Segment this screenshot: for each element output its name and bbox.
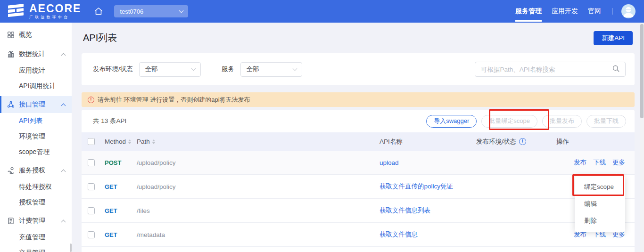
nav-label: 官网 [588, 7, 601, 16]
api-path: /files [137, 207, 380, 214]
row-checkbox[interactable] [88, 207, 95, 214]
sidebar-item-recharge-management[interactable]: 充值管理 [0, 229, 72, 245]
column-label: Method [105, 138, 126, 145]
chevron-up-icon [61, 103, 66, 108]
nav-label: 服务管理 [515, 7, 542, 16]
warning-text: 请先前往 环境管理 进行设置，否则创建的api将无法发布 [98, 96, 250, 104]
api-name-link[interactable]: 获取文件信息 [380, 231, 418, 238]
sidebar-item-data-statistics[interactable]: 数据统计 [0, 46, 72, 63]
import-swagger-button[interactable]: 导入swagger [426, 115, 477, 128]
batch-bind-scope-button[interactable]: 批量绑定scope [481, 115, 537, 128]
sort-icon[interactable] [152, 139, 155, 144]
page-scrollbar-thumb[interactable] [640, 24, 644, 118]
chevron-down-icon [292, 66, 297, 71]
batch-publish-button[interactable]: 批量发布 [542, 115, 582, 128]
row-checkbox[interactable] [88, 159, 95, 166]
offline-link[interactable]: 下线 [593, 158, 606, 167]
search-icon[interactable] [612, 65, 620, 74]
table-toolbar: 共 13 条API 导入swagger 批量绑定scope 批量发布 批量下线 [82, 110, 635, 132]
env-filter-select[interactable]: 全部 [139, 62, 201, 77]
chevron-up-icon [61, 219, 66, 224]
column-label: API名称 [380, 138, 403, 146]
create-api-button[interactable]: 新建API [594, 31, 633, 45]
menu-item-edit[interactable]: 编辑 [575, 195, 625, 212]
main-content: API列表 新建API 发布环境/状态 全部 服务 全部 [72, 23, 644, 252]
brand-logo: AECORE 广联达数字中台 [0, 2, 81, 20]
sidebar-item-billing-management[interactable]: 计费管理 [0, 212, 72, 229]
api-name-link[interactable]: 获取文件信息列表 [380, 207, 430, 214]
sidebar-item-service-authorization[interactable]: 服务授权 [0, 162, 72, 179]
sidebar-item-scope-management[interactable]: scope管理 [0, 144, 72, 160]
nav-service-management[interactable]: 服务管理 [515, 0, 542, 23]
method-badge: GET [105, 207, 137, 214]
table-row: POST /upload/policy upload 发布 下线 更多 [82, 151, 635, 175]
env-filter-value: 全部 [145, 65, 158, 73]
sidebar-item-interface-management[interactable]: 接口管理 [0, 96, 72, 113]
sidebar-item-transaction-management[interactable]: 交易管理 [0, 245, 72, 252]
search-input[interactable] [481, 66, 612, 73]
method-badge: GET [105, 231, 137, 238]
chevron-down-icon [191, 66, 196, 71]
info-icon[interactable] [519, 138, 526, 145]
page-title: API列表 [83, 32, 117, 44]
sidebar-item-api-list[interactable]: API列表 [0, 113, 72, 129]
nav-app-development[interactable]: 应用开发 [552, 0, 578, 23]
sidebar-item-authorization-management[interactable]: 授权管理 [0, 195, 72, 210]
publish-link[interactable]: 发布 [574, 158, 586, 167]
sidebar: 概览 数据统计 应用统计 API调用统计 [0, 23, 72, 252]
column-env-status: 发布环境/状态 [476, 138, 556, 146]
workspace-name: test0706 [120, 8, 143, 15]
sidebar-item-api-call-statistics[interactable]: API调用统计 [0, 78, 72, 94]
sidebar-item-label: 接口管理 [19, 100, 58, 109]
service-filter-select[interactable]: 全部 [240, 62, 302, 77]
column-label: 发布环境/状态 [476, 138, 516, 146]
api-count: 共 13 条API [93, 117, 421, 125]
sidebar-item-overview[interactable]: 概览 [0, 26, 72, 43]
sidebar-item-label: 数据统计 [19, 50, 58, 58]
sort-icon[interactable] [128, 139, 131, 144]
api-path: /metadata [137, 231, 380, 238]
nav-official-site[interactable]: 官网 [588, 0, 601, 23]
table-row: GET /files 获取文件信息列表 [82, 199, 635, 223]
row-checkbox[interactable] [88, 183, 95, 190]
top-nav: 服务管理 应用开发 官网 [515, 0, 644, 23]
home-icon[interactable] [93, 6, 104, 16]
api-name-link[interactable]: upload [380, 159, 399, 166]
grid-icon [7, 31, 15, 39]
method-badge: GET [105, 183, 137, 190]
column-label: 操作 [556, 138, 569, 146]
more-actions-menu: 绑定scope 编辑 删除 [575, 176, 625, 232]
chevron-up-icon [61, 169, 66, 174]
user-avatar[interactable] [621, 4, 636, 18]
sidebar-scrollbar-thumb[interactable] [70, 244, 72, 252]
billing-doc-icon [7, 217, 15, 225]
menu-item-bind-scope[interactable]: 绑定scope [575, 179, 625, 195]
row-checkbox[interactable] [88, 231, 95, 238]
bar-chart-icon [7, 50, 15, 58]
api-path: /upload/policy [137, 159, 380, 166]
api-name-link[interactable]: 获取文件直传的policy凭证 [380, 183, 453, 190]
column-method[interactable]: Method [105, 138, 137, 145]
method-badge: POST [105, 159, 137, 166]
hand-share-icon [7, 167, 15, 174]
filter-bar: 发布环境/状态 全部 服务 全部 [82, 53, 635, 85]
column-path[interactable]: Path [137, 138, 380, 145]
sidebar-item-env-management[interactable]: 环境管理 [0, 129, 72, 144]
sidebar-item-app-statistics[interactable]: 应用统计 [0, 63, 72, 78]
service-filter-label: 服务 [222, 65, 234, 73]
chevron-up-icon [61, 53, 66, 57]
warning-banner: 请先前往 环境管理 进行设置，否则创建的api将无法发布 [82, 92, 635, 107]
more-link[interactable]: 更多 [612, 158, 625, 167]
batch-offline-button[interactable]: 批量下线 [586, 115, 626, 128]
search-box [475, 62, 626, 77]
table-row: GET /metadata 获取文件信息 发布 下线 更多 [82, 223, 635, 247]
select-all-checkbox[interactable] [88, 138, 95, 145]
workspace-selector[interactable]: test0706 [114, 5, 188, 17]
sidebar-item-pending-authorization[interactable]: 待处理授权 [0, 179, 72, 195]
api-table-card: 共 13 条API 导入swagger 批量绑定scope 批量发布 批量下线 … [82, 110, 635, 252]
app-header: AECORE 广联达数字中台 test0706 服务管理 应用开发 官网 [0, 0, 644, 23]
api-path: /upload/policy [137, 183, 380, 190]
chevron-down-icon [179, 8, 184, 13]
menu-item-delete[interactable]: 删除 [575, 212, 625, 229]
aecore-logo-icon [7, 2, 25, 20]
